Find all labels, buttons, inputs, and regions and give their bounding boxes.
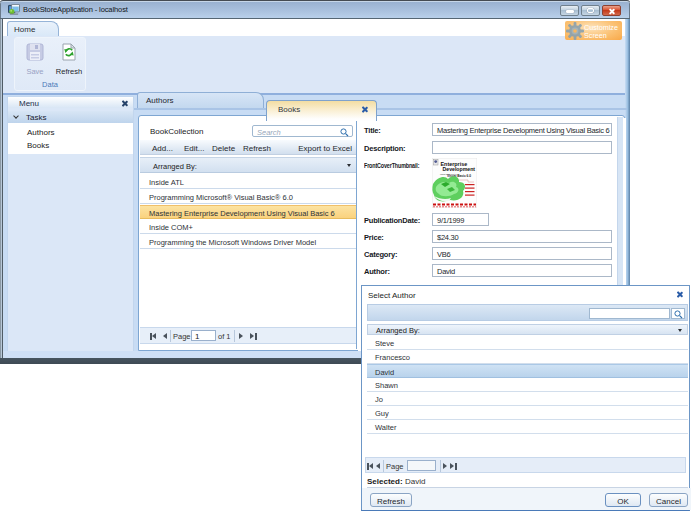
svg-text:Development: Development <box>443 166 476 172</box>
